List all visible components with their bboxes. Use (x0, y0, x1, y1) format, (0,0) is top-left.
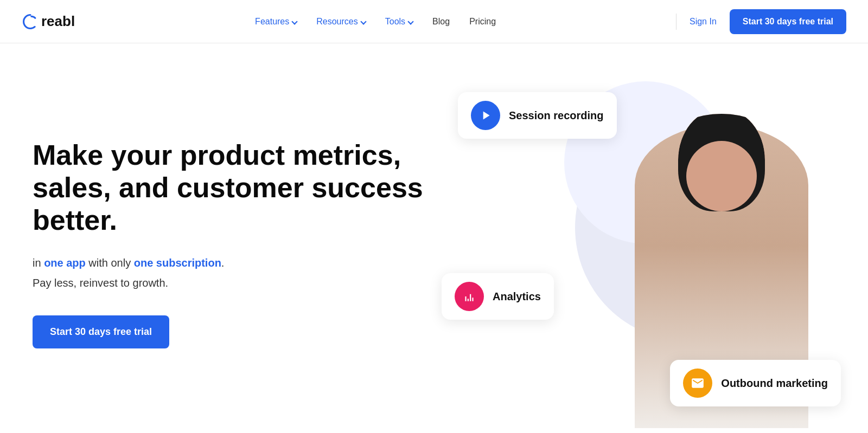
outbound-icon (683, 369, 712, 398)
analytics-icon (455, 282, 484, 311)
sign-in-link[interactable]: Sign In (690, 17, 717, 27)
subtitle-prefix: in (33, 257, 44, 269)
hero-section: Make your product metrics, sales, and cu… (0, 43, 868, 433)
nav-resources[interactable]: Resources (316, 17, 365, 27)
nav-pricing[interactable]: Pricing (469, 17, 496, 27)
hero-subtitle2: Pay less, reinvest to growth. (33, 277, 474, 289)
navbar: reabl Features Resources Tools Blog (0, 0, 868, 43)
nav-blog[interactable]: Blog (432, 17, 450, 27)
resources-chevron-icon (360, 18, 366, 24)
hero-subtitle: in one app with only one subscription. (33, 254, 474, 272)
features-chevron-icon (292, 18, 298, 24)
subtitle-middle: with only (86, 257, 134, 269)
hero-right: Session recording Analytics Outbound mar… (474, 49, 835, 428)
nav-right: Sign In Start 30 days free trial (676, 9, 846, 34)
subtitle-suffix: . (221, 257, 225, 269)
person-face (686, 141, 757, 211)
nav-links: Features Resources Tools Blog Pricing (255, 17, 496, 27)
analytics-label: Analytics (493, 290, 541, 303)
outbound-marketing-label: Outbound marketing (721, 377, 828, 390)
feature-card-outbound: Outbound marketing (670, 360, 841, 406)
session-recording-label: Session recording (509, 109, 604, 122)
session-icon (471, 101, 500, 130)
hero-left: Make your product metrics, sales, and cu… (33, 128, 474, 348)
hero-cta-button[interactable]: Start 30 days free trial (33, 315, 169, 348)
nav-divider (676, 14, 676, 30)
logo[interactable]: reabl (22, 13, 75, 30)
subtitle-link2: one subscription (134, 257, 221, 269)
feature-card-session: Session recording (458, 92, 617, 139)
nav-cta-button[interactable]: Start 30 days free trial (730, 9, 846, 34)
hero-title: Make your product metrics, sales, and cu… (33, 139, 474, 236)
nav-tools[interactable]: Tools (385, 17, 413, 27)
feature-card-analytics: Analytics (442, 273, 554, 320)
tools-chevron-icon (407, 18, 413, 24)
nav-features[interactable]: Features (255, 17, 297, 27)
logo-text: reabl (41, 13, 75, 30)
subtitle-link1: one app (44, 257, 86, 269)
person-head (678, 114, 765, 211)
